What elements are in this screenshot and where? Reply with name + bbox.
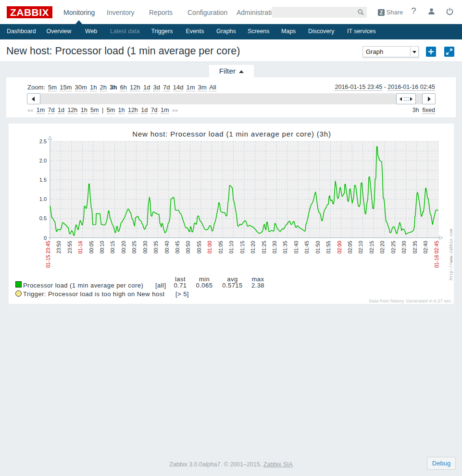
svg-text:00:35: 00:35	[153, 241, 159, 253]
svg-text:Data from history. Generated i: Data from history. Generated in 0.27 sec…	[369, 299, 452, 303]
svg-text:1.0: 1.0	[39, 196, 47, 202]
svg-text:00:30: 00:30	[142, 241, 148, 253]
svg-text:01-16: 01-16	[77, 241, 83, 254]
svg-text:02:25: 02:25	[390, 241, 396, 253]
svg-text:23:55: 23:55	[67, 241, 73, 253]
svg-text:23:50: 23:50	[56, 241, 62, 253]
svg-text:01:20: 01:20	[250, 241, 256, 253]
svg-text:00:10: 00:10	[99, 241, 105, 253]
svg-text:01:15: 01:15	[239, 241, 245, 253]
svg-text:01:00: 01:00	[207, 241, 212, 253]
svg-text:00:40: 00:40	[164, 241, 170, 253]
svg-text:00:20: 00:20	[121, 241, 126, 253]
svg-text:00:50: 00:50	[185, 241, 191, 253]
svg-text:0.5715: 0.5715	[222, 282, 242, 289]
svg-text:02:40: 02:40	[423, 241, 428, 253]
svg-text:02:00: 02:00	[337, 241, 342, 253]
svg-text:01:50: 01:50	[315, 241, 321, 253]
svg-text:Processor load (1 min average: Processor load (1 min average per core)	[23, 282, 143, 289]
svg-text:00:15: 00:15	[110, 241, 115, 253]
svg-text:00:55: 00:55	[196, 241, 202, 253]
svg-text:01:05: 01:05	[218, 241, 224, 253]
svg-text:2.5: 2.5	[39, 138, 47, 144]
svg-text:0.71: 0.71	[174, 282, 187, 289]
svg-text:01:55: 01:55	[325, 241, 331, 253]
svg-text:02:30: 02:30	[401, 241, 407, 253]
svg-text:0: 0	[44, 235, 47, 241]
svg-text:2.38: 2.38	[251, 282, 264, 289]
svg-text:1.5: 1.5	[39, 177, 47, 183]
svg-text:01:10: 01:10	[228, 241, 234, 253]
svg-text:0.065: 0.065	[196, 282, 213, 289]
svg-text:0.5: 0.5	[39, 215, 47, 221]
svg-text:02:20: 02:20	[379, 241, 385, 253]
svg-text:01-16 02:45: 01-16 02:45	[434, 241, 439, 268]
svg-text:02:35: 02:35	[412, 241, 418, 253]
svg-text:02:05: 02:05	[347, 241, 353, 253]
svg-text:[> 5]: [> 5]	[175, 290, 189, 298]
svg-text:Z: Z	[380, 10, 383, 15]
svg-text:[all]: [all]	[155, 282, 166, 289]
svg-text:00:25: 00:25	[131, 241, 137, 253]
svg-text:New host: Processor load (1 mi: New host: Processor load (1 min average …	[132, 130, 331, 138]
svg-text:01:30: 01:30	[272, 241, 277, 253]
svg-text:01:35: 01:35	[282, 241, 288, 253]
svg-text:01:25: 01:25	[261, 241, 267, 253]
svg-text:http://www.zabbix.com: http://www.zabbix.com	[449, 229, 454, 280]
svg-text:02:15: 02:15	[369, 241, 375, 253]
svg-text:01-15 23:45: 01-15 23:45	[45, 241, 51, 268]
svg-text:Trigger: Processor load is too: Trigger: Processor load is too high on N…	[23, 290, 165, 298]
svg-text:01:45: 01:45	[304, 241, 310, 253]
svg-text:02:10: 02:10	[358, 241, 363, 253]
svg-text:00:05: 00:05	[88, 241, 94, 253]
svg-text:00:45: 00:45	[175, 241, 180, 253]
svg-text:2.0: 2.0	[39, 158, 47, 163]
svg-text:01:40: 01:40	[293, 241, 299, 253]
